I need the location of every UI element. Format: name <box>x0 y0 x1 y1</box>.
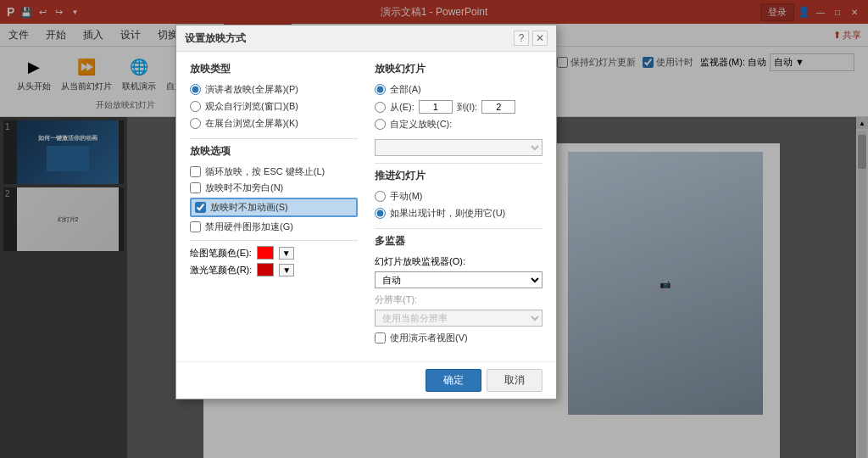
radio-custom-input[interactable] <box>375 119 386 130</box>
slide-monitor-dropdown[interactable]: 自动 <box>375 271 542 288</box>
slide-monitor-label: 幻灯片放映监视器(O): <box>375 255 542 268</box>
presenter-view-checkbox[interactable]: 使用演示者视图(V) <box>375 332 542 344</box>
radio-manual-label: 手动(M) <box>390 190 423 203</box>
resolution-dropdown[interactable]: 使用当前分辨率 <box>375 310 542 327</box>
multi-monitor-title: 多监器 <box>375 234 542 249</box>
checkbox-no-narration-input[interactable] <box>190 182 201 193</box>
modal-title-bar: 设置放映方式 ? ✕ <box>176 25 556 52</box>
divider-3 <box>375 163 542 164</box>
slides-radio-group: 全部(A) 从(E): 到(I): 自定义放映(C): <box>375 83 542 131</box>
radio-fullscreen-input[interactable] <box>190 84 201 95</box>
modal-right-col: 放映幻灯片 全部(A) 从(E): 到(I): <box>375 62 542 351</box>
checkbox-no-narration[interactable]: 放映时不加旁白(N) <box>190 182 358 194</box>
divider-4 <box>375 228 542 229</box>
radio-use-timing-input[interactable] <box>375 208 386 219</box>
presenter-view-input[interactable] <box>375 332 386 344</box>
modal-body: 放映类型 演讲者放映(全屏幕)(P) 观众自行浏览(窗口)(B) 在展台浏 <box>176 52 556 361</box>
radio-kiosk-input[interactable] <box>190 118 201 129</box>
radio-from-input[interactable] <box>375 102 386 113</box>
checkbox-no-hw-accel-input[interactable] <box>190 221 201 232</box>
radio-manual-input[interactable] <box>375 191 386 202</box>
radio-fullscreen[interactable]: 演讲者放映(全屏幕)(P) <box>190 83 358 96</box>
checkbox-loop-input[interactable] <box>190 166 201 177</box>
checkbox-no-hw-accel[interactable]: 禁用硬件图形加速(G) <box>190 221 358 233</box>
advance-title: 推进幻灯片 <box>375 169 542 183</box>
slides-section: 放映幻灯片 全部(A) 从(E): 到(I): <box>375 62 542 156</box>
radio-window[interactable]: 观众自行浏览(窗口)(B) <box>190 100 358 113</box>
radio-all-label: 全部(A) <box>390 83 421 96</box>
advance-radio-group: 手动(M) 如果出现计时，则使用它(U) <box>375 190 542 220</box>
radio-window-label: 观众自行浏览(窗口)(B) <box>205 100 298 113</box>
modal-dialog: 设置放映方式 ? ✕ 放映类型 演讲者放映(全屏幕)(P) <box>175 25 557 399</box>
modal-title: 设置放映方式 <box>185 31 246 46</box>
to-label: 到(I): <box>457 101 477 114</box>
modal-overlay: 设置放映方式 ? ✕ 放映类型 演讲者放映(全屏幕)(P) <box>0 0 868 458</box>
radio-kiosk-label: 在展台浏览(全屏幕)(K) <box>205 117 298 130</box>
modal-footer: 确定 取消 <box>176 361 556 399</box>
radio-kiosk[interactable]: 在展台浏览(全屏幕)(K) <box>190 117 358 130</box>
checkbox-no-animation-input[interactable] <box>195 202 206 213</box>
advance-section: 推进幻灯片 手动(M) 如果出现计时，则使用它(U) <box>375 169 542 220</box>
modal-controls: ? ✕ <box>514 31 548 46</box>
checkbox-loop-label: 循环放映，按 ESC 键终止(L) <box>205 165 325 178</box>
modal-help-button[interactable]: ? <box>514 31 529 46</box>
pen-color-swatch[interactable] <box>257 246 274 260</box>
cancel-button[interactable]: 取消 <box>487 369 542 392</box>
pen-color-dropdown[interactable]: ▼ <box>279 247 294 260</box>
modal-close-button[interactable]: ✕ <box>532 31 548 46</box>
radio-manual[interactable]: 手动(M) <box>375 190 542 203</box>
divider-1 <box>190 138 358 139</box>
resolution-label: 分辨率(T): <box>375 293 542 306</box>
radio-fullscreen-label: 演讲者放映(全屏幕)(P) <box>205 83 298 96</box>
show-options-title: 放映选项 <box>190 144 358 159</box>
radio-window-input[interactable] <box>190 101 201 112</box>
laser-color-label: 激光笔颜色(R): <box>190 264 252 276</box>
show-type-title: 放映类型 <box>190 62 358 76</box>
radio-custom-label: 自定义放映(C): <box>390 118 452 131</box>
presenter-view-label: 使用演示者视图(V) <box>390 332 468 344</box>
laser-color-dropdown[interactable]: ▼ <box>279 264 294 276</box>
ok-button[interactable]: 确定 <box>426 369 481 392</box>
checkbox-no-narration-label: 放映时不加旁白(N) <box>205 182 283 194</box>
pen-color-row: 绘图笔颜色(E): ▼ <box>190 246 358 260</box>
pen-color-label: 绘图笔颜色(E): <box>190 247 252 260</box>
to-value-input[interactable] <box>481 100 515 114</box>
multi-monitor-section: 多监器 幻灯片放映监视器(O): 自动 分辨率(T): 使用当前分辨率 使用演示… <box>375 234 542 344</box>
laser-color-row: 激光笔颜色(R): ▼ <box>190 263 358 276</box>
divider-2 <box>190 240 358 241</box>
show-type-radio-group: 演讲者放映(全屏幕)(P) 观众自行浏览(窗口)(B) 在展台浏览(全屏幕)(K… <box>190 83 358 130</box>
radio-use-timing-label: 如果出现计时，则使用它(U) <box>390 207 505 220</box>
checkbox-no-hw-accel-label: 禁用硬件图形加速(G) <box>205 221 293 233</box>
from-value-input[interactable] <box>419 100 453 114</box>
laser-color-swatch[interactable] <box>257 263 274 276</box>
slides-title: 放映幻灯片 <box>375 62 542 76</box>
radio-all-slides[interactable]: 全部(A) <box>375 83 542 96</box>
radio-from-slides[interactable]: 从(E): 到(I): <box>375 100 542 114</box>
checkbox-no-animation[interactable]: 放映时不加动画(S) <box>190 198 358 217</box>
custom-show-dropdown[interactable] <box>375 139 542 156</box>
radio-use-timing[interactable]: 如果出现计时，则使用它(U) <box>375 207 542 220</box>
show-options-section: 放映选项 循环放映，按 ESC 键终止(L) 放映时不加旁白(N) 放映时不加动… <box>190 144 358 233</box>
radio-all-input[interactable] <box>375 84 386 95</box>
modal-left-col: 放映类型 演讲者放映(全屏幕)(P) 观众自行浏览(窗口)(B) 在展台浏 <box>190 62 358 351</box>
radio-from-label: 从(E): <box>390 101 415 114</box>
checkbox-loop[interactable]: 循环放映，按 ESC 键终止(L) <box>190 165 358 178</box>
radio-custom-show[interactable]: 自定义放映(C): <box>375 118 542 131</box>
checkbox-no-animation-label: 放映时不加动画(S) <box>210 201 288 214</box>
show-type-section: 放映类型 演讲者放映(全屏幕)(P) 观众自行浏览(窗口)(B) 在展台浏 <box>190 62 358 130</box>
